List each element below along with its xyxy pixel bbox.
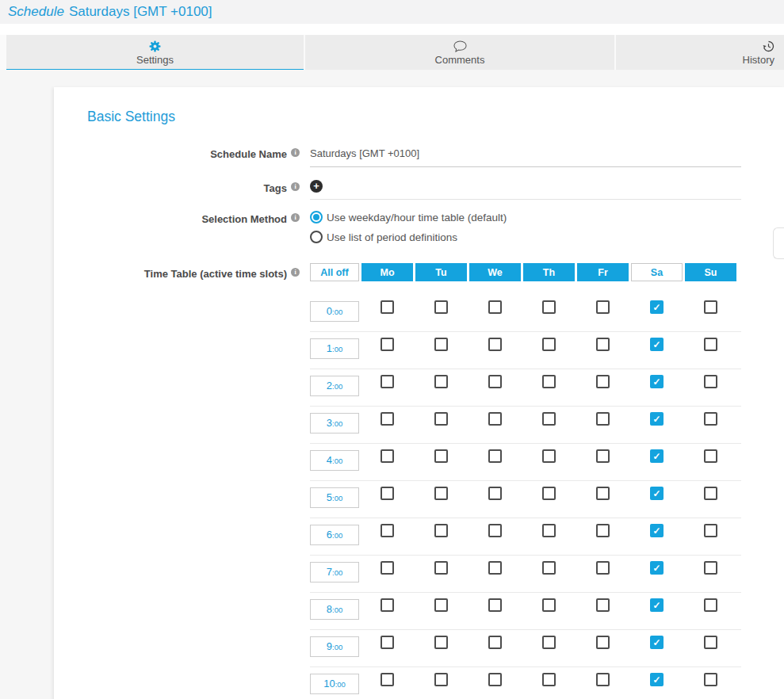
slot-checkbox-we-7[interactable] xyxy=(488,561,502,575)
schedule-name-input[interactable] xyxy=(310,146,741,167)
slot-checkbox-su-1[interactable] xyxy=(704,338,717,351)
slot-checkbox-fr-4[interactable] xyxy=(596,449,610,463)
slot-checkbox-fr-2[interactable] xyxy=(596,375,610,388)
slot-checkbox-mo-4[interactable] xyxy=(381,449,394,463)
slot-checkbox-fr-6[interactable] xyxy=(596,524,610,537)
slot-checkbox-tu-4[interactable] xyxy=(434,449,448,463)
slot-checkbox-we-0[interactable] xyxy=(488,300,502,314)
slot-checkbox-tu-5[interactable] xyxy=(434,487,448,500)
slot-checkbox-we-3[interactable] xyxy=(488,412,502,426)
time-label-button-8[interactable]: 8:00 xyxy=(310,599,359,620)
slot-checkbox-sa-3[interactable] xyxy=(650,412,664,426)
time-label-button-5[interactable]: 5:00 xyxy=(310,487,359,508)
slot-checkbox-su-8[interactable] xyxy=(704,598,717,612)
day-toggle-tu[interactable]: Tu xyxy=(415,263,467,281)
slot-checkbox-tu-9[interactable] xyxy=(434,636,448,649)
slot-checkbox-su-10[interactable] xyxy=(704,673,717,686)
slot-checkbox-su-2[interactable] xyxy=(704,375,717,388)
tab-settings[interactable]: Settings xyxy=(6,35,304,70)
slot-checkbox-th-0[interactable] xyxy=(542,300,556,314)
tab-history[interactable]: History xyxy=(616,35,784,70)
day-toggle-sa[interactable]: Sa xyxy=(631,263,683,281)
slot-checkbox-sa-7[interactable] xyxy=(650,561,664,575)
info-icon[interactable]: i xyxy=(291,148,300,157)
slot-checkbox-tu-3[interactable] xyxy=(434,412,448,426)
slot-checkbox-sa-6[interactable] xyxy=(650,524,664,537)
day-toggle-mo[interactable]: Mo xyxy=(361,263,413,281)
slot-checkbox-th-10[interactable] xyxy=(542,673,556,686)
tab-comments[interactable]: Comments xyxy=(305,35,614,70)
slot-checkbox-mo-0[interactable] xyxy=(381,300,394,314)
day-toggle-fr[interactable]: Fr xyxy=(577,263,629,281)
slot-checkbox-tu-7[interactable] xyxy=(434,561,448,575)
slot-checkbox-th-5[interactable] xyxy=(542,487,556,500)
slot-checkbox-sa-8[interactable] xyxy=(650,598,664,612)
slot-checkbox-fr-3[interactable] xyxy=(596,412,610,426)
day-toggle-su[interactable]: Su xyxy=(685,263,736,281)
add-tag-button[interactable]: + xyxy=(310,180,323,193)
info-icon[interactable]: i xyxy=(291,268,300,277)
slot-checkbox-su-7[interactable] xyxy=(704,561,717,575)
time-label-button-6[interactable]: 6:00 xyxy=(310,525,359,545)
slot-checkbox-fr-9[interactable] xyxy=(596,636,610,649)
slot-checkbox-tu-6[interactable] xyxy=(434,524,448,537)
side-panel-handle[interactable] xyxy=(773,227,784,259)
slot-checkbox-mo-1[interactable] xyxy=(381,338,394,351)
slot-checkbox-we-10[interactable] xyxy=(488,673,502,686)
time-label-button-10[interactable]: 10:00 xyxy=(310,674,359,694)
slot-checkbox-su-9[interactable] xyxy=(704,636,717,649)
slot-checkbox-we-6[interactable] xyxy=(488,524,502,537)
time-label-button-1[interactable]: 1:00 xyxy=(310,338,359,359)
slot-checkbox-we-1[interactable] xyxy=(488,338,502,351)
time-label-button-3[interactable]: 3:00 xyxy=(310,413,359,434)
slot-checkbox-fr-0[interactable] xyxy=(596,300,610,314)
slot-checkbox-we-5[interactable] xyxy=(488,487,502,500)
slot-checkbox-tu-1[interactable] xyxy=(434,338,448,351)
slot-checkbox-th-4[interactable] xyxy=(542,449,556,463)
info-icon[interactable]: i xyxy=(291,213,300,222)
time-label-button-2[interactable]: 2:00 xyxy=(310,376,359,396)
slot-checkbox-fr-10[interactable] xyxy=(596,673,610,686)
day-toggle-we[interactable]: We xyxy=(469,263,521,281)
slot-checkbox-th-8[interactable] xyxy=(542,598,556,612)
slot-checkbox-th-7[interactable] xyxy=(542,561,556,575)
slot-checkbox-mo-10[interactable] xyxy=(381,673,394,686)
slot-checkbox-th-3[interactable] xyxy=(542,412,556,426)
slot-checkbox-fr-8[interactable] xyxy=(596,598,610,612)
slot-checkbox-th-9[interactable] xyxy=(542,636,556,649)
slot-checkbox-sa-2[interactable] xyxy=(650,375,664,388)
slot-checkbox-sa-5[interactable] xyxy=(650,487,664,500)
slot-checkbox-fr-7[interactable] xyxy=(596,561,610,575)
time-label-button-4[interactable]: 4:00 xyxy=(310,450,359,471)
slot-checkbox-th-6[interactable] xyxy=(542,524,556,537)
slot-checkbox-mo-6[interactable] xyxy=(381,524,394,537)
slot-checkbox-fr-5[interactable] xyxy=(596,487,610,500)
day-toggle-th[interactable]: Th xyxy=(523,263,575,281)
slot-checkbox-sa-1[interactable] xyxy=(650,338,664,351)
slot-checkbox-su-0[interactable] xyxy=(704,300,717,314)
time-label-button-9[interactable]: 9:00 xyxy=(310,636,359,657)
info-icon[interactable]: i xyxy=(291,182,300,191)
slot-checkbox-tu-8[interactable] xyxy=(434,598,448,612)
time-label-button-7[interactable]: 7:00 xyxy=(310,562,359,582)
time-label-button-0[interactable]: 0:00 xyxy=(310,301,359,322)
radio-option-timetable[interactable]: Use weekday/hour time table (default) xyxy=(310,211,741,223)
all-off-button[interactable]: All off xyxy=(310,263,359,281)
slot-checkbox-su-5[interactable] xyxy=(704,487,717,500)
slot-checkbox-tu-10[interactable] xyxy=(434,673,448,686)
slot-checkbox-fr-1[interactable] xyxy=(596,338,610,351)
radio-icon[interactable] xyxy=(310,211,323,223)
slot-checkbox-mo-2[interactable] xyxy=(381,375,394,388)
slot-checkbox-mo-3[interactable] xyxy=(381,412,394,426)
slot-checkbox-mo-5[interactable] xyxy=(381,487,394,500)
radio-option-periods[interactable]: Use list of period definitions xyxy=(310,231,741,243)
slot-checkbox-tu-0[interactable] xyxy=(434,300,448,314)
slot-checkbox-sa-10[interactable] xyxy=(650,673,664,686)
slot-checkbox-su-4[interactable] xyxy=(704,449,717,463)
slot-checkbox-th-2[interactable] xyxy=(542,375,556,388)
slot-checkbox-we-9[interactable] xyxy=(488,636,502,649)
slot-checkbox-tu-2[interactable] xyxy=(434,375,448,388)
slot-checkbox-su-6[interactable] xyxy=(704,524,717,537)
slot-checkbox-su-3[interactable] xyxy=(704,412,717,426)
slot-checkbox-sa-4[interactable] xyxy=(650,449,664,463)
